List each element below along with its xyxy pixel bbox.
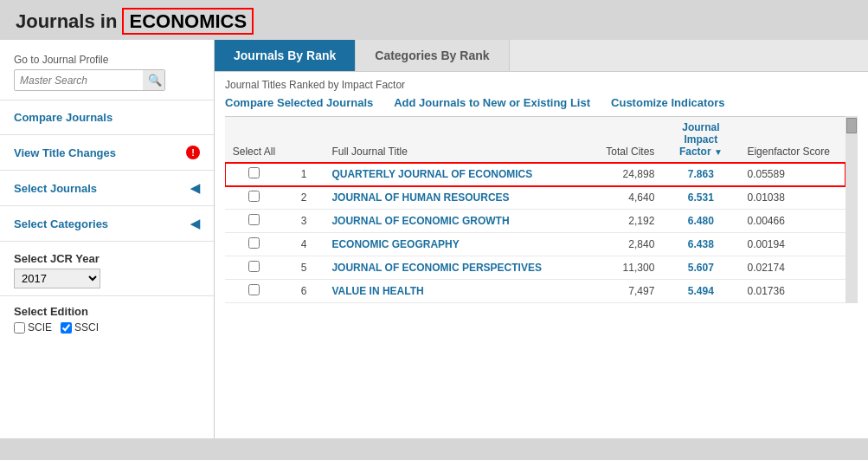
- edition-label: Select Edition: [14, 305, 200, 318]
- row-impact-factor: 6.438: [661, 233, 740, 256]
- row-rank: 2: [283, 186, 325, 210]
- row-total-cites: 24,898: [577, 163, 661, 186]
- search-input[interactable]: [15, 71, 143, 90]
- row-title[interactable]: VALUE IN HEALTH: [325, 280, 577, 303]
- row-impact-factor: 7.863: [661, 163, 740, 186]
- add-journals-link[interactable]: Add Journals to New or Existing List: [394, 96, 590, 109]
- sort-icon: ▼: [714, 147, 723, 157]
- row-checkbox-cell: [225, 186, 283, 210]
- ssci-option[interactable]: SSCI: [61, 321, 99, 334]
- scie-option[interactable]: SCIE: [14, 321, 52, 334]
- row-eigenfactor: 0.00466: [740, 210, 845, 233]
- row-impact-factor: 5.607: [661, 256, 740, 280]
- year-select[interactable]: 2017 2016 2015 2014: [14, 269, 100, 288]
- scrollbar-thumb[interactable]: [846, 118, 857, 133]
- col-select-all: Select All: [225, 117, 283, 163]
- row-rank: 3: [283, 210, 325, 233]
- row-total-cites: 2,840: [577, 233, 661, 256]
- row-total-cites: 7,497: [577, 280, 661, 303]
- row-checkbox[interactable]: [248, 237, 260, 249]
- table-row: 1QUARTERLY JOURNAL OF ECONOMICS24,8987.8…: [225, 163, 845, 186]
- ssci-checkbox[interactable]: [61, 322, 72, 334]
- select-journals-arrow: ◀: [190, 181, 200, 195]
- row-rank: 6: [283, 280, 325, 303]
- row-checkbox[interactable]: [248, 191, 260, 202]
- compare-selected-link[interactable]: Compare Selected Journals: [225, 96, 373, 109]
- col-eigen: Eigenfactor Score: [740, 117, 845, 163]
- table-row: 4ECONOMIC GEOGRAPHY2,8406.4380.00194: [225, 233, 845, 256]
- table-row: 5JOURNAL OF ECONOMIC PERSPECTIVES11,3005…: [225, 256, 845, 280]
- row-total-cites: 11,300: [577, 256, 661, 280]
- select-journals-link[interactable]: Select Journals ◀: [0, 174, 214, 202]
- scie-checkbox[interactable]: [14, 322, 25, 334]
- row-title[interactable]: ECONOMIC GEOGRAPHY: [325, 233, 577, 256]
- tabs-row: Journals By Rank Categories By Rank: [215, 40, 868, 72]
- journal-title-link[interactable]: ECONOMIC GEOGRAPHY: [331, 238, 459, 250]
- sidebar: Go to Journal Profile 🔍 Compare Journals…: [0, 40, 215, 438]
- row-rank: 4: [283, 233, 325, 256]
- row-title[interactable]: JOURNAL OF ECONOMIC PERSPECTIVES: [325, 256, 577, 280]
- journals-table: Select All Full Journal Title Total Cite…: [225, 116, 845, 303]
- customize-indicators-link[interactable]: Customize Indicators: [611, 96, 724, 109]
- select-categories-link[interactable]: Select Categories ◀: [0, 210, 214, 237]
- goto-label: Go to Journal Profile: [14, 54, 200, 66]
- tab-categories-by-rank[interactable]: Categories By Rank: [356, 40, 509, 71]
- header-prefix: Journals in: [16, 10, 122, 32]
- row-rank: 5: [283, 256, 325, 280]
- goto-journal-section: Go to Journal Profile 🔍: [0, 49, 214, 96]
- row-eigenfactor: 0.01736: [740, 280, 845, 303]
- jcr-year-label: Select JCR Year: [14, 252, 200, 265]
- journal-title-link[interactable]: VALUE IN HEALTH: [331, 285, 423, 297]
- content-area: Journal Titles Ranked by Impact Factor C…: [215, 72, 868, 438]
- row-title[interactable]: JOURNAL OF ECONOMIC GROWTH: [325, 210, 577, 233]
- col-impact[interactable]: Journal Impact Factor ▼: [661, 117, 740, 163]
- row-rank: 1: [283, 163, 325, 186]
- col-rank: [283, 117, 325, 163]
- row-total-cites: 4,640: [577, 186, 661, 210]
- header-subject: ECONOMICS: [122, 8, 254, 35]
- row-impact-factor: 6.480: [661, 210, 740, 233]
- row-eigenfactor: 0.01038: [740, 186, 845, 210]
- journal-title-link[interactable]: JOURNAL OF ECONOMIC PERSPECTIVES: [331, 262, 541, 274]
- journal-title-link[interactable]: JOURNAL OF HUMAN RESOURCES: [331, 191, 509, 204]
- row-title[interactable]: JOURNAL OF HUMAN RESOURCES: [325, 186, 577, 210]
- row-impact-factor: 5.494: [661, 280, 740, 303]
- table-wrapper: Select All Full Journal Title Total Cite…: [225, 116, 845, 303]
- page-header: Journals in ECONOMICS: [0, 0, 868, 40]
- search-row: 🔍: [14, 69, 165, 91]
- scrollbar[interactable]: [845, 116, 858, 303]
- row-total-cites: 2,192: [577, 210, 661, 233]
- tab-journals-by-rank[interactable]: Journals By Rank: [215, 40, 356, 71]
- journal-title-link[interactable]: QUARTERLY JOURNAL OF ECONOMICS: [331, 168, 532, 180]
- compare-journals-link[interactable]: Compare Journals: [0, 104, 214, 131]
- journal-title-link[interactable]: JOURNAL OF ECONOMIC GROWTH: [331, 215, 509, 227]
- view-title-changes-link[interactable]: View Title Changes !: [0, 139, 214, 166]
- search-button[interactable]: 🔍: [143, 70, 165, 90]
- action-links: Compare Selected Journals Add Journals t…: [225, 96, 858, 109]
- col-title: Full Journal Title: [325, 117, 577, 163]
- col-cites: Total Cites: [577, 117, 661, 163]
- table-row: 2JOURNAL OF HUMAN RESOURCES4,6406.5310.0…: [225, 186, 845, 210]
- row-checkbox-cell: [225, 210, 283, 233]
- row-checkbox[interactable]: [248, 214, 260, 225]
- jcr-year-section: Select JCR Year 2017 2016 2015 2014: [0, 245, 214, 292]
- warning-icon: !: [186, 146, 200, 159]
- row-checkbox[interactable]: [248, 284, 260, 295]
- row-checkbox[interactable]: [248, 167, 260, 178]
- table-row: 3JOURNAL OF ECONOMIC GROWTH2,1926.4800.0…: [225, 210, 845, 233]
- row-checkbox-cell: [225, 163, 283, 186]
- table-container: Select All Full Journal Title Total Cite…: [225, 116, 858, 303]
- row-impact-factor: 6.531: [661, 186, 740, 210]
- row-title[interactable]: QUARTERLY JOURNAL OF ECONOMICS: [325, 163, 577, 186]
- row-checkbox[interactable]: [248, 261, 260, 272]
- row-checkbox-cell: [225, 233, 283, 256]
- row-checkbox-cell: [225, 280, 283, 303]
- main-content: Journals By Rank Categories By Rank Jour…: [215, 40, 868, 438]
- table-row: 6VALUE IN HEALTH7,4975.4940.01736: [225, 280, 845, 303]
- subtitle: Journal Titles Ranked by Impact Factor: [225, 79, 858, 91]
- row-eigenfactor: 0.02174: [740, 256, 845, 280]
- row-eigenfactor: 0.00194: [740, 233, 845, 256]
- row-checkbox-cell: [225, 256, 283, 280]
- select-categories-arrow: ◀: [190, 217, 200, 230]
- edition-section: Select Edition SCIE SSCI: [0, 300, 214, 339]
